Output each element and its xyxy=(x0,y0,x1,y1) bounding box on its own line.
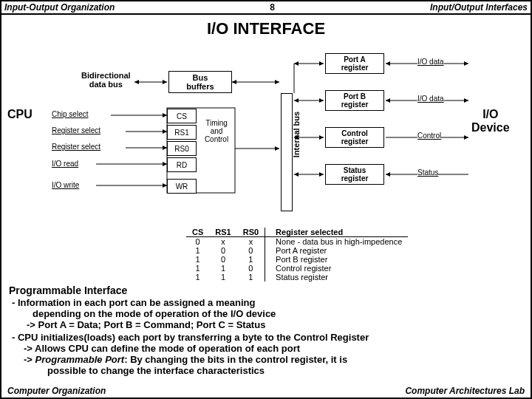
port-a-register: Port Aregister xyxy=(325,53,384,74)
internal-bus-box xyxy=(281,93,293,211)
register-select-table: CSRS1RS0Register selected 0xxNone - data… xyxy=(186,228,531,282)
cs-box: CS xyxy=(167,109,197,123)
cpu-label: CPU xyxy=(7,108,33,121)
header-left: Input-Output Organization xyxy=(4,2,115,13)
bullet-1: - Information in each port can be assign… xyxy=(12,298,520,331)
register-select-0-label: Register select xyxy=(52,143,100,151)
io-interface-diagram: CPU Bidirectional data bus Bus buffers C… xyxy=(7,41,525,226)
control-register: Controlregister xyxy=(325,127,384,148)
io-read-label: I/O read xyxy=(52,160,78,168)
port-b-register: Port Bregister xyxy=(325,90,384,111)
bus-buffers-box: Bus buffers xyxy=(168,71,232,93)
slide-title: I/O INTERFACE xyxy=(1,15,531,41)
internal-bus-label: Internal bus xyxy=(292,112,301,157)
bullet-2: - CPU initializes(loads) each port by tr… xyxy=(12,332,520,377)
status-register: Statusregister xyxy=(325,164,384,185)
control-signal-label: Control xyxy=(417,132,441,140)
chip-select-label: Chip select xyxy=(52,110,88,118)
rs0-box: RS0 xyxy=(167,141,197,156)
programmable-interface-heading: Programmable Interface xyxy=(9,284,531,296)
timing-control-label: Timing and Control xyxy=(200,119,233,143)
io-write-label: I/O write xyxy=(52,181,79,189)
page-header: Input-Output Organization 8 Input/Output… xyxy=(1,1,531,15)
wr-box: WR xyxy=(167,179,197,194)
header-right: Input/Output Interfaces xyxy=(430,2,528,13)
header-page-num: 8 xyxy=(270,2,275,13)
status-signal-label: Status xyxy=(417,168,438,177)
io-device-label: I/O Device xyxy=(471,108,510,134)
footer-right: Computer Architectures Lab xyxy=(405,386,525,396)
rd-box: RD xyxy=(167,157,197,172)
rs1-box: RS1 xyxy=(167,125,197,140)
bidirectional-bus-label: Bidirectional data bus xyxy=(81,71,131,89)
io-data-a-label: I/O data xyxy=(417,58,444,66)
register-select-1-label: Register select xyxy=(52,126,100,134)
footer-left: Computer Organization xyxy=(7,386,106,396)
io-data-b-label: I/O data xyxy=(417,95,444,103)
page-footer: Computer Organization Computer Architect… xyxy=(1,386,531,396)
